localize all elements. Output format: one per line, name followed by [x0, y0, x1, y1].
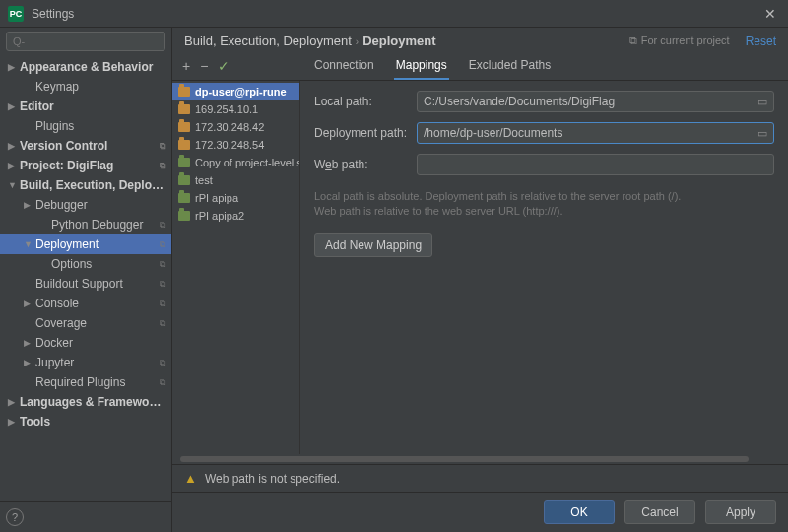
sidebar-item[interactable]: Options⧉ — [0, 254, 171, 274]
chevron-icon: ▼ — [24, 239, 33, 249]
chevron-icon: ▶ — [8, 417, 18, 427]
sidebar-item[interactable]: ▶Editor — [0, 97, 171, 116]
sidebar-item-label: Plugins — [35, 119, 165, 133]
folder-icon — [178, 87, 190, 97]
local-path-field[interactable]: ▭ — [417, 91, 774, 112]
tab-mappings[interactable]: Mappings — [394, 52, 449, 80]
sidebar-item-label: Tools — [20, 415, 165, 429]
server-label: rPI apipa — [195, 192, 238, 204]
breadcrumb: Build, Execution, Deployment›Deployment — [184, 33, 629, 48]
sidebar-item[interactable]: Python Debugger⧉ — [0, 215, 171, 234]
sidebar-item-label: Deployment — [35, 237, 156, 251]
sidebar-item[interactable]: ▶Docker — [0, 333, 171, 353]
sidebar-item[interactable]: ▶Appearance & Behavior — [0, 57, 171, 77]
tabs: ConnectionMappingsExcluded Paths — [300, 52, 564, 80]
browse-icon[interactable]: ▭ — [755, 127, 769, 140]
sidebar-item-label: Python Debugger — [51, 218, 156, 232]
help-button[interactable]: ? — [6, 508, 24, 526]
server-item[interactable]: Copy of project-level serv — [172, 154, 299, 171]
browse-icon[interactable]: ▭ — [755, 96, 769, 108]
tab-excluded-paths[interactable]: Excluded Paths — [467, 52, 553, 80]
folder-icon — [178, 193, 190, 203]
deployment-path-field[interactable]: ▭ — [417, 122, 774, 144]
sidebar-item-label: Debugger — [35, 198, 165, 212]
search-input[interactable] — [6, 32, 165, 51]
server-item[interactable]: rPI apipa2 — [172, 207, 299, 225]
close-icon[interactable]: ✕ — [760, 6, 780, 22]
sidebar-item[interactable]: ▶Jupyter⧉ — [0, 353, 171, 372]
chevron-icon: ▶ — [24, 200, 33, 210]
server-label: 169.254.10.1 — [195, 103, 258, 115]
pin-icon: ⧉ — [160, 141, 165, 152]
sidebar-item-label: Docker — [35, 336, 165, 350]
scrollbar[interactable] — [180, 456, 749, 462]
web-path-field[interactable] — [417, 154, 774, 175]
server-label: Copy of project-level serv — [195, 157, 299, 168]
folder-icon — [178, 158, 190, 167]
sidebar-item-label: Editor — [20, 100, 165, 113]
server-list: dp-user@rpi-rune169.254.10.1172.30.248.4… — [172, 81, 300, 454]
pin-icon: ⧉ — [160, 299, 165, 309]
sidebar-item[interactable]: ▶Version Control⧉ — [0, 136, 171, 156]
pin-icon: ⧉ — [160, 239, 165, 250]
server-label: 172.30.248.54 — [195, 139, 264, 151]
add-mapping-button[interactable]: Add New Mapping — [314, 233, 432, 257]
web-path-input[interactable] — [424, 158, 769, 171]
sidebar-item[interactable]: Coverage⧉ — [0, 313, 171, 333]
sidebar-item[interactable]: ▶Console⧉ — [0, 294, 171, 313]
server-label: test — [195, 174, 213, 186]
sidebar-item-label: Languages & Frameworks — [20, 395, 165, 409]
folder-icon — [178, 104, 190, 114]
pin-icon: ⧉ — [160, 377, 165, 388]
sidebar-item[interactable]: ▼Deployment⧉ — [0, 234, 171, 254]
chevron-icon: ▶ — [8, 397, 18, 407]
remove-server-button[interactable]: − — [200, 59, 208, 73]
cancel-button[interactable]: Cancel — [624, 500, 695, 524]
app-icon: PC — [8, 6, 24, 22]
sidebar-item[interactable]: Plugins — [0, 116, 171, 136]
apply-button[interactable]: Apply — [705, 500, 776, 524]
folder-icon — [178, 140, 190, 150]
chevron-icon: ▶ — [8, 161, 18, 170]
ok-button[interactable]: OK — [544, 500, 615, 524]
sidebar-item[interactable]: ▼Build, Execution, Deployment — [0, 175, 171, 195]
server-item[interactable]: rPI apipa — [172, 189, 299, 207]
pin-icon: ⧉ — [160, 279, 165, 290]
sidebar-item-label: Console — [35, 297, 156, 310]
server-item[interactable]: test — [172, 171, 299, 189]
pin-icon: ⧉ — [160, 318, 165, 329]
deployment-path-input[interactable] — [424, 126, 755, 140]
hint-text: Local path is absolute. Deployment path … — [314, 189, 774, 220]
server-label: rPI apipa2 — [195, 210, 244, 222]
pin-icon: ⧉ — [160, 358, 165, 368]
sidebar-item[interactable]: ▶Tools — [0, 412, 171, 432]
server-item[interactable]: 172.30.248.42 — [172, 118, 299, 136]
local-path-input[interactable] — [424, 95, 755, 108]
server-item[interactable]: 169.254.10.1 — [172, 100, 299, 118]
set-default-button[interactable]: ✓ — [218, 59, 230, 73]
sidebar-item[interactable]: ▶Debugger — [0, 195, 171, 215]
tab-connection[interactable]: Connection — [312, 52, 376, 80]
sidebar-item[interactable]: ▶Languages & Frameworks — [0, 392, 171, 412]
sidebar-item-label: Coverage — [35, 316, 156, 330]
server-item[interactable]: dp-user@rpi-rune — [172, 83, 299, 100]
server-item[interactable]: 172.30.248.54 — [172, 136, 299, 154]
sidebar-item-label: Buildout Support — [35, 277, 156, 291]
chevron-icon: ▶ — [8, 62, 18, 72]
sidebar-item[interactable]: ▶Project: DigiFlag⧉ — [0, 156, 171, 175]
pin-icon: ⧉ — [160, 220, 165, 231]
scope-label: ⧉For current project — [629, 34, 730, 47]
reset-link[interactable]: Reset — [746, 34, 776, 48]
sidebar-item-label: Version Control — [20, 139, 156, 153]
add-server-button[interactable]: + — [182, 59, 190, 73]
sidebar-item-label: Options — [51, 257, 156, 271]
sidebar-item-label: Project: DigiFlag — [20, 159, 156, 172]
folder-icon — [178, 122, 190, 132]
sidebar-item[interactable]: Required Plugins⧉ — [0, 372, 171, 392]
server-label: 172.30.248.42 — [195, 121, 264, 133]
sidebar-item[interactable]: Keymap — [0, 77, 171, 97]
sidebar-item[interactable]: Buildout Support⧉ — [0, 274, 171, 294]
chevron-icon: ▶ — [24, 299, 33, 308]
settings-tree: ▶Appearance & BehaviorKeymap▶EditorPlugi… — [0, 55, 171, 501]
sidebar-item-label: Build, Execution, Deployment — [20, 178, 165, 192]
